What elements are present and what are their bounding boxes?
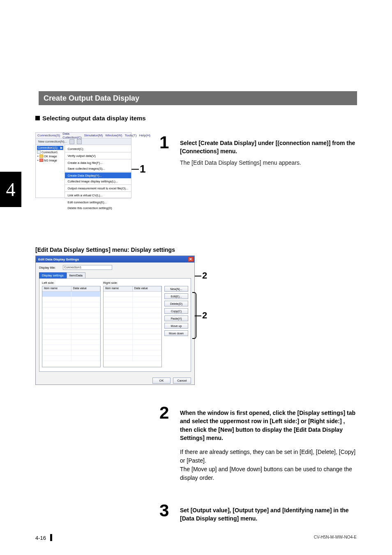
menu-separator	[65, 184, 131, 185]
table-row[interactable]	[42, 345, 100, 350]
new-connection-button[interactable]: New connection(N)...	[38, 140, 67, 143]
table-row[interactable]	[104, 334, 161, 340]
close-icon[interactable]: ✕	[188, 257, 194, 262]
display-title-input[interactable]: Connection1	[63, 265, 112, 270]
tab-item-data[interactable]: Item/Data	[67, 272, 86, 279]
tab-display-settings[interactable]: Display settings	[39, 272, 67, 279]
table-row[interactable]	[42, 292, 100, 297]
grid-header: Item name Data value	[104, 286, 161, 292]
screenshot-edit-data-display-settings: Edit Data Display Settings ✕ Display tit…	[35, 256, 195, 385]
right-side-label: Right side:	[103, 281, 162, 285]
table-row[interactable]	[104, 297, 161, 302]
delete-button[interactable]: Delete(D)	[164, 301, 188, 306]
submenu-link-virtual-cv[interactable]: Link with a virtual CV(L)...	[65, 192, 131, 198]
tree-selected-connection[interactable]: Connection1(1) ▶	[37, 146, 63, 150]
step-1-bold: Select [Create Data Display] under [(con…	[180, 140, 355, 154]
submenu-create-data-display[interactable]: Create Data Display(Y)...	[65, 173, 131, 178]
left-side-label: Left side:	[42, 281, 101, 285]
move-up-button[interactable]: Move up	[164, 323, 188, 329]
callout-line	[131, 169, 139, 170]
subheading-text: Selecting output data display items	[42, 115, 146, 122]
step-1-instruction: Select [Create Data Display] under [(con…	[180, 139, 357, 156]
table-row[interactable]	[104, 308, 161, 313]
dialog-body: Display title: Connection1 Display setti…	[36, 263, 194, 375]
submenu-output-excel[interactable]: Output measurement result to excel file(…	[65, 185, 131, 191]
table-row[interactable]	[42, 340, 100, 345]
menu-tools[interactable]: Tools(T)	[125, 134, 137, 137]
toolbar-icon-2[interactable]	[77, 139, 82, 144]
table-row[interactable]	[104, 302, 161, 308]
submenu-create-log[interactable]: Create a data log file(F)...	[65, 160, 131, 166]
table-row[interactable]	[104, 292, 161, 297]
left-side-column: Left side: Item name Data value	[42, 281, 101, 369]
table-row[interactable]	[104, 356, 161, 361]
submenu-collected-image-settings[interactable]: Collected image display settings(L)...	[65, 178, 131, 184]
step-number-2: 2	[159, 403, 169, 423]
table-row[interactable]	[42, 302, 100, 308]
table-row[interactable]	[42, 297, 100, 302]
left-side-grid[interactable]: Item name Data value	[42, 286, 101, 367]
edit-button[interactable]: Edit(E)...	[164, 293, 188, 299]
tree-root[interactable]: Connection1	[37, 150, 63, 154]
page-number-text: 4-16	[35, 535, 46, 541]
table-row[interactable]	[104, 324, 161, 329]
display-title-label: Display title:	[39, 266, 60, 269]
toolbar: New connection(N)...	[36, 138, 131, 145]
side-buttons: New(N)... Edit(E)... Delete(D) Copy(C) P…	[164, 281, 188, 369]
tree-ok-image[interactable]: + OK Image	[37, 154, 63, 158]
menu-data-collection[interactable]: Data Collection(C)	[62, 132, 81, 139]
callout-line	[195, 315, 201, 316]
document-code: CV-H5N-M-WW-NO4-E	[314, 535, 357, 539]
table-row[interactable]	[104, 313, 161, 318]
step-2-body: If there are already settings, they can …	[180, 448, 357, 482]
paste-button[interactable]: Paste(V)	[164, 315, 188, 321]
menu-window[interactable]: Window(W)	[105, 134, 122, 137]
menu-separator	[65, 198, 131, 199]
ok-button[interactable]: OK	[152, 378, 171, 384]
table-row[interactable]	[42, 356, 100, 361]
tree-ng-image[interactable]: + NG Image	[37, 158, 63, 162]
subheading: Selecting output data display items	[35, 115, 146, 122]
tabs: Display settings Item/Data	[39, 272, 191, 279]
table-row[interactable]	[104, 350, 161, 356]
table-row[interactable]	[42, 350, 100, 356]
table-row[interactable]	[104, 318, 161, 324]
table-row[interactable]	[104, 329, 161, 334]
submenu-verify-output[interactable]: Verify output data(V)	[65, 153, 131, 159]
table-row[interactable]	[42, 324, 100, 329]
tree-selected-label: Connection1(1)	[38, 146, 58, 150]
menu-help[interactable]: Help(H)	[139, 134, 150, 137]
tab-panel: Left side: Item name Data value	[39, 278, 191, 372]
table-row[interactable]	[42, 334, 100, 340]
menu-simulator[interactable]: Simulator(M)	[84, 134, 103, 137]
page-root: Create Output Data Display Selecting out…	[0, 0, 392, 555]
new-button[interactable]: New(N)...	[164, 286, 188, 292]
col-data-value: Data value	[71, 286, 101, 291]
callout-line	[195, 276, 201, 276]
section-header-bar: Create Output Data Display	[39, 91, 357, 105]
right-side-column: Right side: Item name Data value	[103, 281, 162, 369]
toolbar-icon-1[interactable]	[69, 139, 74, 144]
chapter-number: 4	[6, 179, 16, 200]
submenu-delete-connection[interactable]: Delete this connection setting(D)	[65, 205, 131, 211]
callout-number-2b: 2	[202, 310, 207, 321]
table-row[interactable]	[42, 313, 100, 318]
table-row[interactable]	[104, 345, 161, 350]
screenshot2-caption: [Edit Data Display Settings] menu: Displ…	[35, 246, 175, 253]
submenu-edit-connection[interactable]: Edit connection settings(E)...	[65, 199, 131, 205]
table-row[interactable]	[104, 340, 161, 345]
grid-header: Item name Data value	[42, 286, 100, 292]
menu-separator	[65, 172, 131, 172]
submenu-connect[interactable]: Connect(C)	[65, 146, 131, 152]
right-side-grid[interactable]: Item name Data value	[103, 286, 162, 367]
submenu-save-images[interactable]: Save collected images(S)...	[65, 166, 131, 171]
table-row[interactable]	[42, 329, 100, 334]
move-down-button[interactable]: Move down	[164, 330, 188, 336]
copy-button[interactable]: Copy(C)	[164, 308, 188, 314]
bullet-square-icon	[35, 116, 40, 120]
col-data-value: Data value	[133, 286, 162, 291]
table-row[interactable]	[42, 318, 100, 324]
menu-connections[interactable]: Connections(S)	[37, 134, 60, 137]
table-row[interactable]	[42, 308, 100, 313]
cancel-button[interactable]: Cancel	[173, 378, 191, 384]
